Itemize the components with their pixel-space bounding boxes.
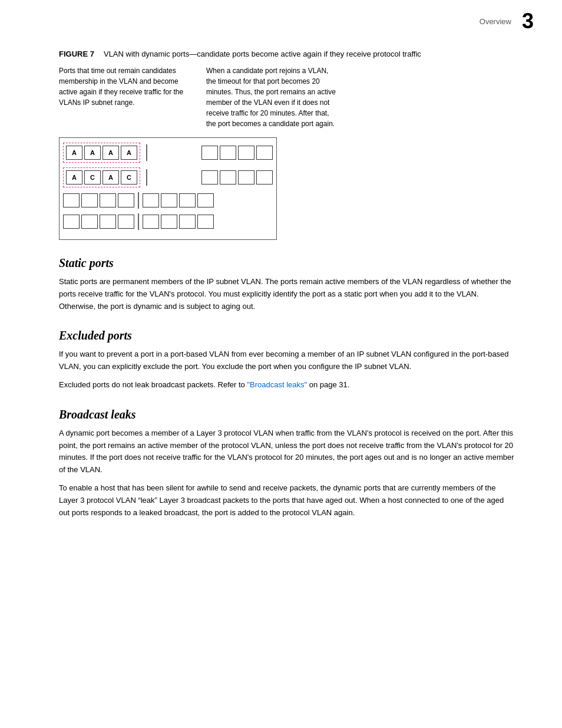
port-l3-2 <box>81 193 98 207</box>
section-title: Overview <box>480 17 511 26</box>
port-A2: A <box>84 146 101 160</box>
diagram-wrapper: A A A A A C <box>59 137 515 240</box>
figure-caption: VLAN with dynamic ports—candidate ports … <box>104 50 421 58</box>
static-ports-body: Static ports are permanent members of th… <box>59 276 515 312</box>
port-r3-1 <box>143 193 159 207</box>
annotation-left: Ports that time out remain candidates me… <box>59 65 189 129</box>
port-A4: A <box>121 146 137 160</box>
annotation-block: Ports that time out remain candidates me… <box>59 65 515 129</box>
static-ports-p1: Static ports are permanent members of th… <box>59 276 515 312</box>
figure-label-row: FIGURE 7 VLAN with dynamic ports—candida… <box>59 50 515 58</box>
port-C1: C <box>84 170 101 185</box>
row3-divider <box>138 192 139 209</box>
excluded-ports-p1: If you want to prevent a port in a port-… <box>59 348 515 373</box>
right-ports-row4 <box>143 215 214 229</box>
port-r4-4 <box>197 215 214 229</box>
port-r1-3 <box>238 146 254 160</box>
left-ports-row3 <box>63 193 134 207</box>
excluded-ports-body: If you want to prevent a port in a port-… <box>59 348 515 391</box>
port-r3-4 <box>197 193 214 207</box>
port-l3-3 <box>100 193 116 207</box>
static-ports-heading: Static ports <box>59 256 515 270</box>
port-r1-2 <box>220 146 236 160</box>
row1-divider <box>146 144 147 161</box>
row4-divider <box>138 213 139 230</box>
port-l4-3 <box>100 215 116 229</box>
broadcast-leaks-link[interactable]: "Broadcast leaks" <box>247 380 307 389</box>
excluded-ports-heading: Excluded ports <box>59 329 515 342</box>
port-l4-2 <box>81 215 98 229</box>
port-r4-3 <box>179 215 196 229</box>
port-r4-1 <box>143 215 159 229</box>
broadcast-leaks-p2: To enable a host that has been silent fo… <box>59 482 515 519</box>
diagram-row-3 <box>63 192 273 209</box>
page-number: 3 <box>522 11 534 32</box>
diagram-row-4 <box>63 213 273 230</box>
main-content: FIGURE 7 VLAN with dynamic ports—candida… <box>0 38 562 551</box>
port-C2: C <box>121 170 137 185</box>
annotation-right: When a candidate port rejoins a VLAN, th… <box>206 65 336 129</box>
port-A5: A <box>66 170 82 185</box>
port-A3: A <box>103 146 119 160</box>
port-r1-4 <box>256 146 273 160</box>
page-header: Overview 3 <box>0 0 562 38</box>
diagram-area: A A A A A C <box>59 137 277 240</box>
diagram-row-2: A C A C <box>63 167 273 187</box>
figure-label: FIGURE 7 <box>59 50 94 58</box>
port-r2-4 <box>256 170 273 185</box>
left-ports-row4 <box>63 215 134 229</box>
port-r3-2 <box>161 193 177 207</box>
left-vlan-zone-row2: A C A C <box>63 167 140 187</box>
broadcast-leaks-body: A dynamic port becomes a member of a Lay… <box>59 427 515 519</box>
port-A6: A <box>103 170 119 185</box>
right-ports-row1 <box>201 146 273 160</box>
port-r1-1 <box>201 146 218 160</box>
port-r2-1 <box>201 170 218 185</box>
port-r4-2 <box>161 215 177 229</box>
port-l4-4 <box>118 215 134 229</box>
broadcast-leaks-heading: Broadcast leaks <box>59 408 515 421</box>
port-r3-3 <box>179 193 196 207</box>
broadcast-leaks-p1: A dynamic port becomes a member of a Lay… <box>59 427 515 476</box>
port-l4-1 <box>63 215 80 229</box>
port-r2-2 <box>220 170 236 185</box>
row2-divider <box>146 169 147 186</box>
port-A1: A <box>66 146 82 160</box>
left-vlan-zone-row1: A A A A <box>63 143 140 163</box>
port-l3-4 <box>118 193 134 207</box>
diagram-row-1: A A A A <box>63 143 273 163</box>
excluded-ports-p2: Excluded ports do not leak broadcast pac… <box>59 379 515 391</box>
port-r2-3 <box>238 170 254 185</box>
port-l3-1 <box>63 193 80 207</box>
right-ports-row3 <box>143 193 214 207</box>
right-ports-row2 <box>201 170 273 185</box>
